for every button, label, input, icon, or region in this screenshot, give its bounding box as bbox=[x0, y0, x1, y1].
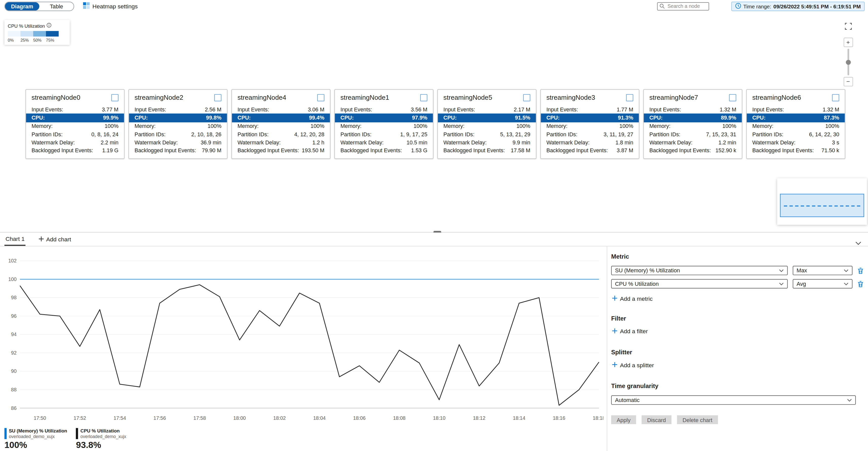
node-card[interactable]: streamingNode3Input Events:1.77 MCPU:91.… bbox=[540, 89, 640, 159]
node-field-memory: Memory:100% bbox=[129, 122, 227, 130]
node-field-input_events: Input Events:2.17 M bbox=[438, 105, 536, 114]
node-title: streamingNode7 bbox=[649, 94, 698, 101]
node-field-partition_ids: Partition IDs:6, 14, 22, 30 bbox=[747, 130, 845, 138]
table-toggle-button[interactable]: Table bbox=[39, 2, 73, 10]
node-field-memory: Memory:100% bbox=[335, 122, 433, 130]
heatmap-settings-button[interactable]: Heatmap settings bbox=[83, 2, 137, 10]
node-title: streamingNode5 bbox=[443, 94, 492, 101]
legend-swatch bbox=[33, 31, 46, 36]
node-field-memory: Memory:100% bbox=[747, 122, 845, 130]
metric-row: SU (Memory) % UtilizationMax bbox=[611, 266, 864, 275]
node-card[interactable]: streamingNode7Input Events:1.32 MCPU:89.… bbox=[643, 89, 742, 159]
cpu-legend-title: CPU % Utilization bbox=[8, 23, 45, 29]
nodes-row: streamingNode0Input Events:3.77 MCPU:99.… bbox=[25, 89, 845, 159]
node-field-watermark_delay: Watermark Delay:1.8 min bbox=[541, 138, 639, 146]
node-title: streamingNode3 bbox=[546, 94, 595, 101]
node-card[interactable]: streamingNode6Input Events:1.32 MCPU:87.… bbox=[746, 89, 845, 159]
node-field-partition_ids: Partition IDs:1, 9, 17, 25 bbox=[335, 130, 433, 138]
node-field-cpu: CPU:89.9% bbox=[644, 113, 742, 122]
heatmap-settings-label: Heatmap settings bbox=[92, 3, 137, 9]
node-field-cpu: CPU:99.9% bbox=[26, 113, 124, 122]
zoom-in-button[interactable]: + bbox=[843, 37, 853, 47]
node-checkbox[interactable] bbox=[832, 94, 839, 101]
clock-icon bbox=[735, 3, 741, 10]
node-checkbox[interactable] bbox=[214, 94, 221, 101]
aggregation-select[interactable]: Avg bbox=[793, 279, 852, 289]
svg-text:18:18: 18:18 bbox=[593, 415, 603, 421]
node-card[interactable]: streamingNode2Input Events:2.56 MCPU:99.… bbox=[128, 89, 227, 159]
metric-settings-panel: Metric SU (Memory) % UtilizationMaxCPU %… bbox=[607, 246, 868, 451]
svg-text:102: 102 bbox=[8, 258, 17, 264]
node-checkbox[interactable] bbox=[112, 94, 119, 101]
node-checkbox[interactable] bbox=[523, 94, 530, 101]
apply-button[interactable]: Apply bbox=[611, 415, 636, 424]
node-field-watermark_delay: Watermark Delay:1.2 min bbox=[644, 138, 742, 146]
svg-text:90: 90 bbox=[11, 368, 17, 374]
minimap-nodes-line bbox=[784, 205, 860, 206]
diagram-canvas[interactable]: CPU % Utilization 0%25%50%75% streamingN… bbox=[0, 12, 868, 232]
chart-legend-item: SU (Memory) % Utilizationoverloaded_demo… bbox=[4, 428, 67, 450]
node-card[interactable]: streamingNode4Input Events:3.06 MCPU:99.… bbox=[231, 89, 331, 159]
fit-to-screen-icon[interactable] bbox=[844, 22, 851, 32]
metric-select[interactable]: SU (Memory) % Utilization bbox=[611, 266, 788, 275]
node-card[interactable]: streamingNode1Input Events:3.56 MCPU:97.… bbox=[334, 89, 434, 159]
metric-select[interactable]: CPU % Utilization bbox=[611, 279, 788, 289]
add-filter-button[interactable]: Add a filter bbox=[612, 328, 648, 334]
svg-text:18:04: 18:04 bbox=[313, 415, 326, 421]
add-chart-button[interactable]: Add chart bbox=[39, 236, 71, 242]
node-field-input_events: Input Events:2.56 M bbox=[129, 105, 227, 114]
add-metric-button[interactable]: Add a metric bbox=[612, 295, 653, 302]
plus-icon bbox=[612, 328, 617, 334]
node-checkbox[interactable] bbox=[420, 94, 427, 101]
legend-swatch bbox=[46, 31, 59, 36]
node-field-cpu: CPU:99.8% bbox=[129, 113, 227, 122]
zoom-slider[interactable] bbox=[844, 49, 852, 76]
plus-icon bbox=[39, 236, 44, 242]
aggregation-select[interactable]: Max bbox=[793, 266, 852, 275]
delete-chart-button[interactable]: Delete chart bbox=[677, 415, 718, 424]
node-field-backlogged: Backlogged Input Events:17.58 M bbox=[438, 146, 536, 155]
splitter-heading: Splitter bbox=[611, 349, 864, 356]
legend-stop-labels: 0%25%50%75% bbox=[8, 37, 66, 42]
cpu-utilization-legend: CPU % Utilization 0%25%50%75% bbox=[4, 20, 69, 45]
node-field-backlogged: Backlogged Input Events:152.90 k bbox=[644, 146, 742, 155]
node-field-watermark_delay: Watermark Delay:10.5 min bbox=[335, 138, 433, 146]
chart-legend-item: CPU % Utilizationoverloaded_demo_xujx93.… bbox=[76, 428, 126, 450]
legend-swatch bbox=[8, 31, 21, 36]
node-field-input_events: Input Events:3.56 M bbox=[335, 105, 433, 114]
delete-metric-icon[interactable] bbox=[858, 280, 864, 287]
minimap[interactable] bbox=[777, 178, 867, 225]
chart-legends: SU (Memory) % Utilizationoverloaded_demo… bbox=[4, 428, 126, 450]
search-input[interactable] bbox=[666, 3, 707, 9]
node-field-partition_ids: Partition IDs:5, 13, 21, 29 bbox=[438, 130, 536, 138]
node-field-input_events: Input Events:1.32 M bbox=[747, 105, 845, 114]
node-card[interactable]: streamingNode0Input Events:3.77 MCPU:99.… bbox=[25, 89, 125, 159]
node-field-input_events: Input Events:3.77 M bbox=[26, 105, 124, 114]
node-checkbox[interactable] bbox=[729, 94, 736, 101]
chevron-down-icon bbox=[847, 397, 852, 403]
svg-text:18:08: 18:08 bbox=[393, 415, 405, 421]
zoom-out-button[interactable]: − bbox=[843, 77, 853, 86]
time-granularity-select[interactable]: Automatic bbox=[611, 395, 856, 405]
tab-chart-1[interactable]: Chart 1 bbox=[4, 233, 26, 246]
node-title: streamingNode4 bbox=[238, 94, 286, 101]
node-field-backlogged: Backlogged Input Events:193.50 M bbox=[232, 146, 330, 155]
collapse-panel-chevron-icon[interactable] bbox=[855, 238, 861, 247]
zoom-controls: + − bbox=[844, 22, 852, 86]
diagram-toggle-button[interactable]: Diagram bbox=[5, 2, 39, 10]
node-checkbox[interactable] bbox=[626, 94, 633, 101]
delete-metric-icon[interactable] bbox=[858, 267, 864, 274]
svg-text:100: 100 bbox=[8, 276, 17, 282]
add-splitter-button[interactable]: Add a splitter bbox=[612, 362, 654, 368]
time-range-picker[interactable]: Time range: 09/26/2022 5:49:51 PM - 6:19… bbox=[731, 1, 865, 11]
zoom-slider-handle[interactable] bbox=[846, 60, 851, 65]
svg-text:17:50: 17:50 bbox=[34, 415, 46, 421]
node-checkbox[interactable] bbox=[317, 94, 324, 101]
minimap-viewport[interactable] bbox=[780, 194, 864, 217]
chart-tab-bar: Chart 1 Add chart bbox=[0, 233, 868, 246]
node-card[interactable]: streamingNode5Input Events:2.17 MCPU:91.… bbox=[437, 89, 537, 159]
discard-button[interactable]: Discard bbox=[642, 415, 672, 424]
svg-text:17:58: 17:58 bbox=[193, 415, 206, 421]
node-field-backlogged: Backlogged Input Events:79.90 M bbox=[129, 146, 227, 155]
node-field-watermark_delay: Watermark Delay:9.9 min bbox=[438, 138, 536, 146]
